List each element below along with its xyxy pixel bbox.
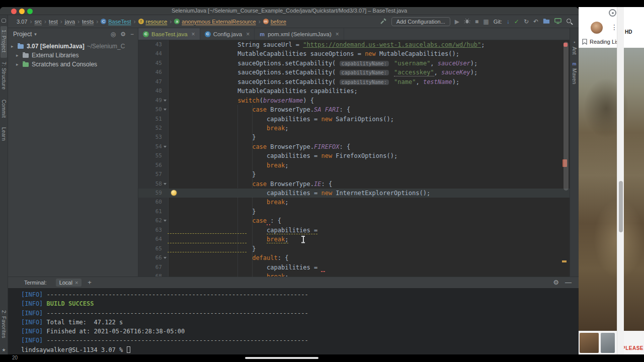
code-line-44[interactable]: 44 MutableCapabilities sauceOptions = ne… xyxy=(138,49,570,58)
close-icon[interactable]: × xyxy=(336,31,339,38)
git-commit-icon[interactable]: ✓ xyxy=(514,19,519,25)
tab-config-java[interactable]: CConfig.java× xyxy=(200,28,255,40)
code-line-48[interactable]: 48 MutableCapabilities capabilities; xyxy=(138,86,570,96)
run-button[interactable]: ▶ xyxy=(455,19,459,25)
toolwindow-button-ant[interactable]: ▪Ant xyxy=(572,40,577,55)
breadcrumb-src[interactable]: src xyxy=(34,19,42,25)
code-line-62[interactable]: 62 case : { xyxy=(138,216,570,225)
title-bar[interactable]: SeleniumJava [~/Selenium_Course_Example_… xyxy=(0,7,579,15)
toolwindow-button-commit[interactable]: Commit xyxy=(1,96,7,123)
build-hammer-icon[interactable] xyxy=(380,18,387,26)
editor-scrollbar-thumb[interactable] xyxy=(564,42,569,191)
code-line-60[interactable]: 60 break; xyxy=(138,198,570,207)
code-line-59[interactable]: 59 capabilities = new InternetExplorerOp… xyxy=(138,189,570,198)
code-line-49[interactable]: 49 switch(browserName) { xyxy=(138,96,570,105)
record-ring-icon[interactable] xyxy=(609,9,616,17)
fold-arrow-icon[interactable] xyxy=(164,220,167,222)
chevron-right-icon[interactable]: ▸ xyxy=(11,44,17,49)
tree-item-3-07-seleniumjava[interactable]: ▸3.07 [SeleniumJava]~/Selenium_C xyxy=(8,42,138,51)
code-line-46[interactable]: 46 sauceOptions.setCapability( capabilit… xyxy=(138,68,570,77)
breadcrumb-anonymous-externalresource[interactable]: aanonymous ExternalResource xyxy=(174,19,256,25)
tree-item-scratches-and-consoles[interactable]: ▸Scratches and Consoles xyxy=(8,60,138,69)
code-line-45[interactable]: 45 sauceOptions.setCapability( capabilit… xyxy=(138,59,570,68)
debug-bug-icon[interactable] xyxy=(464,18,470,25)
new-terminal-tab-button[interactable]: + xyxy=(88,279,92,286)
code-line-47[interactable]: 47 sauceOptions.setCapability( capabilit… xyxy=(138,77,570,86)
tab-pom-xml-seleniumjava[interactable]: mpom.xml (SeleniumJava)× xyxy=(255,28,344,40)
fold-arrow-icon[interactable] xyxy=(164,146,167,148)
code-line-54[interactable]: 54 case BrowserType.FIREFOX: { xyxy=(138,142,570,151)
stop-button[interactable]: ■ xyxy=(475,19,478,25)
project-panel-header[interactable]: Project ▾ ◎ ⚙ − xyxy=(8,28,138,40)
breadcrumb-basetest[interactable]: CBaseTest xyxy=(101,19,131,25)
code-line-51[interactable]: 51 capabilities = new SafariOptions(); xyxy=(138,115,570,124)
code-line-53[interactable]: 53 } xyxy=(138,133,570,142)
search-icon[interactable] xyxy=(566,18,573,25)
breadcrumb-label: before xyxy=(271,19,286,25)
breadcrumb-tests[interactable]: tests xyxy=(82,19,94,25)
chevron-right-icon[interactable]: ▸ xyxy=(16,53,22,58)
settings-gear-icon[interactable]: ⚙ xyxy=(120,31,126,38)
code-line-67[interactable]: 67 capabilities = xyxy=(138,263,570,272)
terminal-output[interactable]: [INFO] ---------------------------------… xyxy=(8,288,579,354)
video-scrubber[interactable] xyxy=(245,357,318,359)
git-update-icon[interactable]: ↓ xyxy=(507,19,510,25)
chevron-down-icon[interactable]: ▾ xyxy=(34,32,37,37)
toolwindow-button-7-structure[interactable]: 7: Structure xyxy=(1,58,7,95)
hide-panel-icon[interactable]: − xyxy=(130,31,134,38)
code-line-66[interactable]: 66 default: { xyxy=(138,253,570,262)
code-editor[interactable]: 43 String sauceUrl = "https://ondemand.u… xyxy=(138,40,570,277)
close-icon[interactable]: × xyxy=(75,280,78,286)
code-line-65[interactable]: 65 } xyxy=(138,244,570,253)
toolwindow-stripe-icon xyxy=(2,19,6,23)
tab-basetest-java[interactable]: CBaseTest.java× xyxy=(138,28,200,40)
favorites-star-icon[interactable]: ★ xyxy=(2,347,6,352)
code-line-50[interactable]: 50 case BrowserType.SA FARI: { xyxy=(138,105,570,114)
code-line-64[interactable]: 64 break; xyxy=(138,235,570,244)
reading-list-button[interactable]: Reading List xyxy=(582,39,620,45)
fold-arrow-icon[interactable] xyxy=(164,257,167,259)
breadcrumb-3-07[interactable]: 3.07 xyxy=(17,19,27,25)
git-rollback-icon[interactable]: ↶ xyxy=(533,19,538,25)
fold-arrow-icon[interactable] xyxy=(164,183,167,185)
toolwindow-button-learn[interactable]: Learn xyxy=(1,124,7,146)
toolwindow-button-1-project[interactable]: 1: Project xyxy=(1,26,7,58)
avatar[interactable] xyxy=(591,22,603,34)
intention-bulb-icon[interactable] xyxy=(171,190,177,196)
line-number: 64 xyxy=(138,235,162,244)
breadcrumb-before[interactable]: mbefore xyxy=(263,19,286,25)
code-line-57[interactable]: 57 } xyxy=(138,170,570,179)
breadcrumb-resource[interactable]: fresource xyxy=(138,19,168,25)
close-icon[interactable]: × xyxy=(246,31,250,38)
page-scrollbar-thumb[interactable] xyxy=(619,181,623,232)
add-configuration-button[interactable]: Add Configuration... xyxy=(391,17,450,26)
terminal-tab-local[interactable]: Local × xyxy=(56,279,82,287)
breadcrumb-java[interactable]: java xyxy=(65,19,75,25)
toolwindow-button-maven[interactable]: mMaven xyxy=(572,62,577,84)
code-line-68[interactable]: 68 break; xyxy=(138,272,570,277)
tree-item-external-libraries[interactable]: ▸External Libraries xyxy=(8,51,138,60)
editor-scrollbar[interactable] xyxy=(562,40,570,277)
breadcrumb-test[interactable]: test xyxy=(49,19,58,25)
terminal-monitor-icon[interactable] xyxy=(554,18,561,25)
code-line-43[interactable]: 43 String sauceUrl = "https://ondemand.u… xyxy=(138,40,570,49)
line-number: 60 xyxy=(138,198,162,207)
close-icon[interactable]: × xyxy=(192,31,195,38)
project-folder-icon[interactable] xyxy=(543,18,550,25)
profiler-grid-icon[interactable]: ▦ xyxy=(483,19,489,25)
code-line-52[interactable]: 52 break; xyxy=(138,124,570,133)
toolwindow-button-2-favorites[interactable]: 2: Favorites xyxy=(1,307,7,344)
fold-arrow-icon[interactable] xyxy=(164,100,167,102)
git-history-icon[interactable]: ↻ xyxy=(524,19,529,25)
code-line-58[interactable]: 58 case BrowserType.IE: { xyxy=(138,179,570,189)
code-line-63[interactable]: 63 capabilities = xyxy=(138,226,570,235)
fold-arrow-icon[interactable] xyxy=(164,109,167,111)
code-line-55[interactable]: 55 capabilities = new FirefoxOptions(); xyxy=(138,151,570,160)
page-scrollbar[interactable] xyxy=(617,7,624,354)
chevron-right-icon[interactable]: ▸ xyxy=(16,62,22,67)
terminal-settings-gear-icon[interactable]: ⚙ xyxy=(553,279,559,286)
locate-target-icon[interactable]: ◎ xyxy=(111,31,116,38)
code-line-61[interactable]: 61 } xyxy=(138,207,570,216)
terminal-minimize-icon[interactable]: — xyxy=(565,279,572,286)
code-line-56[interactable]: 56 break; xyxy=(138,161,570,170)
